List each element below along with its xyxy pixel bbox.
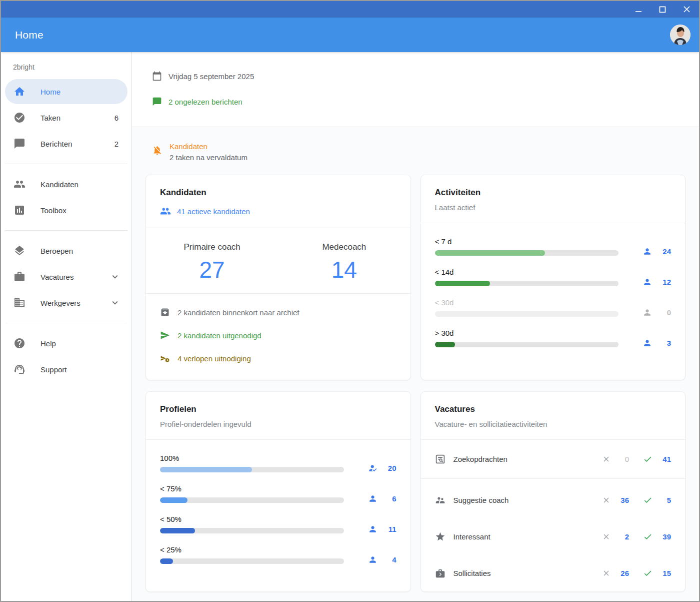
sidebar-item-home[interactable]: Home [5,79,128,104]
sidebar-item-beroepen[interactable]: Beroepen [5,238,128,263]
check-icon [643,532,652,541]
send-icon [160,330,170,340]
sidebar-item-label: Vacatures [40,273,74,281]
progress-track [435,281,619,286]
alert-subtitle: 2 taken na vervaldatum [170,153,248,162]
progress-fill [435,250,546,256]
card-subtitle: Vacature- en sollicitatieactiviteiten [435,420,672,428]
person-check-icon [368,463,378,473]
card-subtitle: Laatst actief [435,203,672,212]
date-label: Vrijdag 5 september 2025 [168,72,254,81]
sidebar-item-kandidaten[interactable]: Kandidaten [5,172,128,197]
active-candidates-label: 41 actieve kandidaten [177,207,250,216]
sidebar-item-berichten[interactable]: Berichten 2 [5,131,128,156]
expired-invite-row[interactable]: 4 verlopen uitnodiging [160,347,396,370]
sidebar-item-label: Help [40,339,56,348]
rejected-count: 26 [617,569,629,577]
overdue-tasks-alert[interactable]: Kandidaten 2 taken na vervaldatum [152,142,686,162]
profile-count-100[interactable]: 20 [344,463,396,473]
minimize-button[interactable] [634,5,643,14]
progress-fill [160,467,252,472]
schedule-send-icon [160,353,170,363]
activity-count-14d[interactable]: 12 [618,277,671,287]
sidebar-item-werkgevers[interactable]: Werkgevers [5,290,128,315]
person-icon [368,524,378,534]
stat-value: 27 [146,256,278,283]
org-label: 2bright [1,63,132,79]
profile-range-label: 100% [160,454,344,462]
progress-track [160,467,344,472]
sidebar-item-label: Toolbox [40,206,66,215]
progress-fill [435,342,455,347]
active-candidates-link[interactable]: 41 actieve kandidaten [160,206,396,217]
sidebar-item-toolbox[interactable]: Toolbox [5,198,128,223]
profile-row-75: < 75% 6 [160,484,396,503]
interessant-rejected[interactable]: 2 [602,532,629,541]
activity-row-7d: < 7 d 24 [435,237,672,256]
chat-icon [152,97,162,107]
sidebar-item-taken[interactable]: Taken 6 [5,105,128,130]
briefcase-arrow-icon [435,568,446,578]
check-icon [643,495,652,505]
home-icon [14,86,26,98]
sidebar-item-vacatures[interactable]: Vacatures [5,264,128,289]
unread-messages-label: 2 ongelezen berichten [168,98,242,106]
app-window: Home 2bright Home [0,0,700,602]
search-doc-icon [435,454,446,464]
card-subtitle: Profiel-onderdelen ingevuld [160,420,396,428]
sidebar-divider [5,230,128,231]
invited-row[interactable]: 2 kandidaten uitgenodigd [160,324,396,347]
sidebar-item-label: Beroepen [40,247,73,255]
interessant-row: Interessant 2 39 [421,518,686,555]
accepted-count: 15 [659,569,671,577]
sidebar-divider [5,164,128,164]
people-icon [14,178,26,190]
rejected-count: 0 [617,455,629,463]
archive-soon-row[interactable]: 2 kandidaten binnenkort naar archief [160,301,396,324]
rejected-count: 2 [617,532,629,541]
person-icon [642,308,652,317]
archive-icon [160,307,170,317]
profile-count-value: 20 [386,464,396,472]
activiteiten-card: Activiteiten Laatst actief < 7 d [420,175,686,380]
main-content: Vrijdag 5 september 2025 2 ongelezen ber… [132,52,699,601]
activity-row-30d: < 30d 0 [435,298,672,317]
unread-messages-row[interactable]: 2 ongelezen berichten [152,97,679,107]
close-button[interactable] [682,5,691,14]
suggestie-accepted[interactable]: 5 [643,495,671,505]
person-icon [642,247,652,256]
maximize-button[interactable] [658,5,667,14]
profile-count-75[interactable]: 6 [344,494,396,504]
card-title: Activiteiten [435,188,672,198]
interessant-accepted[interactable]: 39 [643,532,671,541]
vacature-row-label: Sollicitaties [454,569,491,577]
sidebar-item-help[interactable]: Help [5,331,128,356]
activity-count-over30d[interactable]: 3 [618,338,671,348]
profile-count-25[interactable]: 4 [344,555,396,565]
activity-count-30d[interactable]: 0 [618,308,671,318]
layers-icon [14,245,26,257]
avatar[interactable] [670,25,690,45]
rejected-count: 36 [617,496,629,504]
expired-invite-label: 4 verlopen uitnodiging [178,354,251,363]
sollicitaties-rejected[interactable]: 26 [602,569,629,577]
chevron-down-icon[interactable] [110,297,120,308]
sidebar-item-label: Support [40,365,67,374]
profile-count-50[interactable]: 11 [344,524,396,534]
card-title: Vacatures [435,404,672,414]
zoekopdrachten-accepted[interactable]: 41 [643,454,671,464]
sidebar-item-support[interactable]: Support [5,357,128,382]
close-icon [602,532,610,541]
profile-row-25: < 25% 4 [160,545,396,564]
activity-count-7d[interactable]: 24 [618,247,671,257]
briefcase-icon [14,271,26,283]
activity-row-over30d: > 30d 3 [435,329,672,347]
chevron-down-icon[interactable] [110,271,120,282]
card-title: Profielen [160,404,396,414]
activity-count-value: 0 [660,308,671,317]
zoekopdrachten-rejected[interactable]: 0 [602,455,629,463]
stat-value: 14 [278,256,410,283]
suggestie-rejected[interactable]: 36 [602,496,629,504]
sollicitaties-accepted[interactable]: 15 [643,568,671,578]
support-agent-icon [14,363,26,375]
